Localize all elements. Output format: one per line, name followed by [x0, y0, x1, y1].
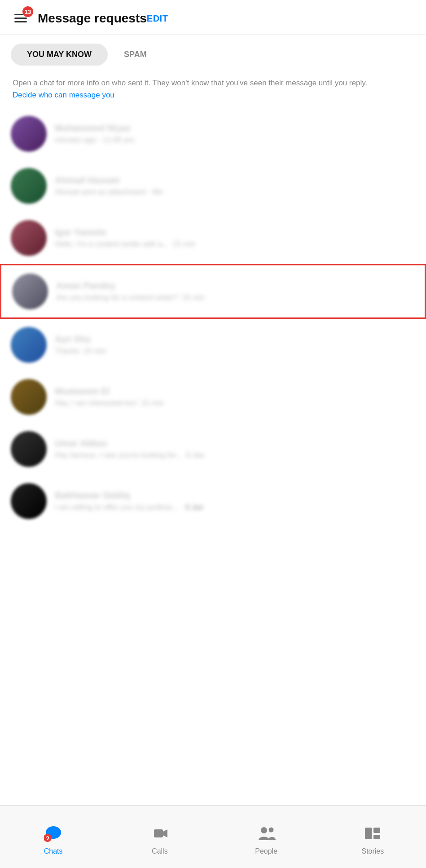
chat-preview-3: Hello, I'm a content writer with a... 15…: [55, 240, 415, 249]
chat-name-7: Umar Abbas: [55, 438, 415, 449]
page-title: Message requests: [38, 11, 147, 26]
nav-item-chats[interactable]: 9 9 Chats: [0, 815, 106, 859]
svg-rect-9: [373, 828, 380, 833]
chat-list: Muhammed Niyaz minutes ago · 11:05 pm Ah…: [0, 108, 426, 527]
svg-marker-5: [163, 829, 167, 837]
decide-link[interactable]: Decide who can message you: [13, 91, 413, 100]
chat-preview-1: minutes ago · 11:05 pm: [55, 136, 415, 145]
chat-info-2: Ahmad Hassan Ahmad sent an attachment · …: [55, 175, 415, 197]
tab-spam[interactable]: SPAM: [108, 44, 163, 66]
chat-preview-6: Hey, I am interested too! 15 min: [55, 399, 415, 408]
avatar-8: [11, 483, 47, 519]
info-description: Open a chat for more info on who sent it…: [13, 77, 413, 89]
notification-badge: 13: [22, 6, 33, 17]
tab-you-may-know[interactable]: YOU MAY KNOW: [11, 44, 108, 66]
tabs-row: YOU MAY KNOW SPAM: [0, 35, 426, 70]
chat-time-8: 6 Jun: [186, 503, 203, 511]
chat-name-8: Bakhtawar Siddiq: [55, 490, 415, 501]
chat-item-3[interactable]: Igor Yamoto Hello, I'm a content writer …: [0, 212, 426, 264]
chat-name-4: Aman Pandey: [56, 281, 414, 291]
calls-icon: [149, 822, 171, 845]
chat-info-7: Umar Abbas Hey famous, I see you're look…: [55, 438, 415, 460]
info-section: Open a chat for more info on who sent it…: [0, 70, 426, 103]
header-left: 13 Message requests: [11, 8, 147, 29]
chat-info-1: Muhammed Niyaz minutes ago · 11:05 pm: [55, 123, 415, 145]
stories-label: Stories: [361, 847, 384, 855]
avatar-4: [12, 273, 48, 309]
header: 13 Message requests EDIT: [0, 0, 426, 35]
calls-label: Calls: [152, 847, 168, 855]
avatar-6: [11, 379, 47, 415]
avatar-7: [11, 431, 47, 467]
chat-name-2: Ahmad Hassan: [55, 175, 415, 185]
chat-name-1: Muhammed Niyaz: [55, 123, 415, 133]
chat-item-5[interactable]: Ayn Shu Thanks 15 min: [0, 319, 426, 371]
chat-name-6: Muatasem El: [55, 386, 415, 397]
chat-info-8: Bakhtawar Siddiq I am willing to offer y…: [55, 490, 415, 512]
bottom-nav: 9 9 Chats Calls People: [0, 805, 426, 868]
chat-item-7[interactable]: Umar Abbas Hey famous, I see you're look…: [0, 423, 426, 475]
avatar-5: [11, 327, 47, 363]
chat-item-8[interactable]: Bakhtawar Siddiq I am willing to offer y…: [0, 475, 426, 527]
nav-item-calls[interactable]: Calls: [106, 815, 213, 859]
nav-item-people[interactable]: People: [213, 815, 320, 859]
avatar-1: [11, 116, 47, 152]
avatar-2: [11, 168, 47, 204]
svg-point-7: [269, 827, 274, 832]
chat-item-1[interactable]: Muhammed Niyaz minutes ago · 11:05 pm: [0, 108, 426, 160]
chat-item-6[interactable]: Muatasem El Hey, I am interested too! 15…: [0, 371, 426, 423]
chat-info-3: Igor Yamoto Hello, I'm a content writer …: [55, 227, 415, 249]
stories-icon: [361, 822, 384, 845]
svg-rect-8: [365, 828, 372, 839]
menu-icon-wrapper: 13: [11, 8, 31, 29]
chat-preview-7: Hey famous, I see you're looking for... …: [55, 451, 415, 460]
chat-info-6: Muatasem El Hey, I am interested too! 15…: [55, 386, 415, 408]
chat-preview-4: Are you looking for a content writer? 15…: [56, 293, 414, 302]
svg-text:9: 9: [46, 835, 49, 841]
chats-label: Chats: [44, 847, 63, 855]
nav-item-stories[interactable]: Stories: [320, 815, 426, 859]
svg-point-6: [261, 827, 267, 833]
chat-item-2[interactable]: Ahmad Hassan Ahmad sent an attachment · …: [0, 160, 426, 212]
svg-rect-4: [154, 829, 163, 837]
chat-preview-5: Thanks 15 min: [55, 347, 415, 356]
people-icon: [255, 822, 277, 845]
chat-name-3: Igor Yamoto: [55, 227, 415, 238]
people-label: People: [255, 847, 277, 855]
chat-item-4[interactable]: Aman Pandey Are you looking for a conten…: [0, 264, 426, 319]
svg-rect-10: [373, 835, 380, 839]
chat-info-4: Aman Pandey Are you looking for a conten…: [56, 281, 414, 302]
chat-name-5: Ayn Shu: [55, 334, 415, 344]
edit-button[interactable]: EDIT: [147, 13, 168, 24]
chats-icon: 9 9: [42, 822, 65, 845]
chat-preview-8: I am willing to offer you my profess... …: [55, 503, 415, 512]
chat-preview-2: Ahmad sent an attachment · 9hr: [55, 188, 415, 197]
avatar-3: [11, 220, 47, 256]
chat-info-5: Ayn Shu Thanks 15 min: [55, 334, 415, 356]
